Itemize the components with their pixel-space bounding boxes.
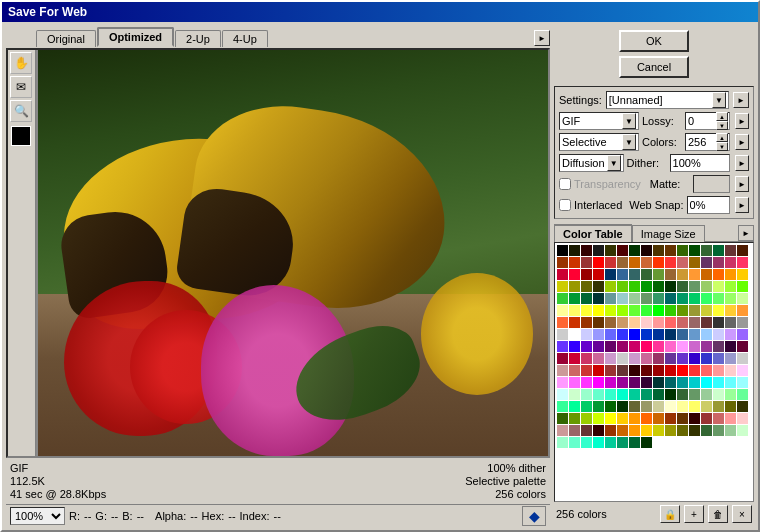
color-cell[interactable] [677,377,688,388]
lossy-input[interactable] [686,115,716,127]
color-cell[interactable] [665,425,676,436]
color-cell[interactable] [713,401,724,412]
browser-preview-button[interactable]: ◆ [522,506,546,526]
color-cell[interactable] [617,389,628,400]
color-delete-button[interactable]: 🗑 [708,505,728,523]
color-cell[interactable] [701,413,712,424]
color-cell[interactable] [557,281,568,292]
color-cell[interactable] [605,305,616,316]
color-cell[interactable] [557,389,568,400]
color-cell[interactable] [737,293,748,304]
format-arrow[interactable]: ▼ [622,113,636,129]
color-cell[interactable] [689,389,700,400]
color-cell[interactable] [737,353,748,364]
color-cell[interactable] [701,257,712,268]
color-cell[interactable] [653,365,664,376]
color-cell[interactable] [737,425,748,436]
color-cell[interactable] [581,413,592,424]
color-cell[interactable] [629,425,640,436]
color-cell[interactable] [629,257,640,268]
color-cell[interactable] [689,257,700,268]
slice-tool-button[interactable]: ✉ [10,76,32,98]
color-cell[interactable] [701,269,712,280]
color-cell[interactable] [629,317,640,328]
color-cell[interactable] [629,281,640,292]
color-cell[interactable] [713,317,724,328]
color-cell[interactable] [605,329,616,340]
color-cell[interactable] [617,257,628,268]
color-cell[interactable] [629,329,640,340]
color-cell[interactable] [569,437,580,448]
color-cell[interactable] [569,377,580,388]
color-cell[interactable] [617,425,628,436]
color-cell[interactable] [665,281,676,292]
color-cell[interactable] [665,317,676,328]
color-cell[interactable] [713,413,724,424]
zoom-select[interactable]: 100% 50% 200% [10,507,65,525]
color-cell[interactable] [593,293,604,304]
color-cell[interactable] [713,293,724,304]
dither-pct-arrow[interactable]: ► [735,155,749,171]
color-cell[interactable] [677,365,688,376]
color-cell[interactable] [593,425,604,436]
color-cell[interactable] [617,305,628,316]
color-cell[interactable] [725,293,736,304]
color-cell[interactable] [701,245,712,256]
color-cell[interactable] [629,341,640,352]
color-cell[interactable] [677,341,688,352]
color-cell[interactable] [593,377,604,388]
lossy-field[interactable]: ▲ ▼ [685,112,730,130]
colors-up[interactable]: ▲ [716,133,728,142]
color-lock-button[interactable]: 🔒 [660,505,680,523]
color-cell[interactable] [725,413,736,424]
color-cell[interactable] [737,269,748,280]
color-cell[interactable] [677,269,688,280]
color-cell[interactable] [725,425,736,436]
matte-field[interactable] [693,175,730,193]
color-cell[interactable] [641,413,652,424]
color-cell[interactable] [593,389,604,400]
color-cell[interactable] [737,281,748,292]
color-cell[interactable] [653,329,664,340]
color-cell[interactable] [737,401,748,412]
color-cell[interactable] [581,353,592,364]
color-cell[interactable] [581,425,592,436]
color-table-tab[interactable]: Color Table [554,224,632,242]
color-cell[interactable] [653,245,664,256]
image-size-tab[interactable]: Image Size [632,225,705,242]
colors-input[interactable] [686,136,716,148]
color-cell[interactable] [689,305,700,316]
color-cell[interactable] [677,257,688,268]
color-cell[interactable] [581,341,592,352]
color-cell[interactable] [557,293,568,304]
color-cell[interactable] [737,329,748,340]
color-cell[interactable] [641,317,652,328]
color-cell[interactable] [581,365,592,376]
color-cell[interactable] [569,341,580,352]
color-cell[interactable] [665,401,676,412]
color-cell[interactable] [605,269,616,280]
color-cell[interactable] [605,353,616,364]
color-cell[interactable] [701,425,712,436]
dither-arrow[interactable]: ▼ [607,155,621,171]
color-cell[interactable] [725,341,736,352]
tab-4up[interactable]: 4-Up [222,30,268,47]
color-cell[interactable] [737,389,748,400]
color-cell[interactable] [581,281,592,292]
color-cell[interactable] [725,377,736,388]
color-swatch[interactable] [11,126,31,146]
color-cell[interactable] [605,257,616,268]
hand-tool-button[interactable]: ✋ [10,52,32,74]
color-cell[interactable] [629,245,640,256]
color-cell[interactable] [713,269,724,280]
color-cell[interactable] [629,365,640,376]
tab-optimized[interactable]: Optimized [97,27,174,47]
color-cell[interactable] [641,341,652,352]
color-cell[interactable] [689,377,700,388]
color-cell[interactable] [665,293,676,304]
color-cell[interactable] [665,365,676,376]
color-cell[interactable] [701,365,712,376]
colors-down[interactable]: ▼ [716,142,728,151]
color-cell[interactable] [641,269,652,280]
color-cell[interactable] [701,317,712,328]
